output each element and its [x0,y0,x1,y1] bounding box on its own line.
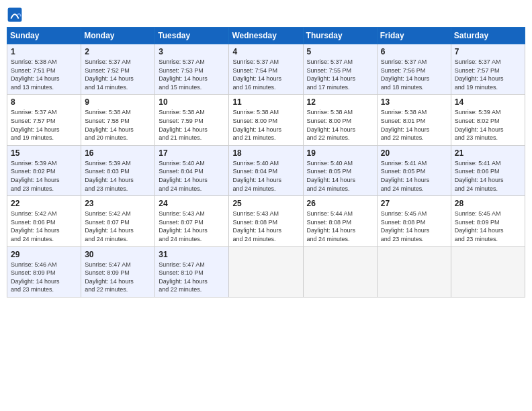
day-info: Sunrise: 5:37 AM Sunset: 7:56 PM Dayligh… [381,58,447,91]
calendar-cell: 8Sunrise: 5:37 AM Sunset: 7:57 PM Daylig… [7,95,81,145]
day-number: 23 [85,199,151,208]
day-info: Sunrise: 5:47 AM Sunset: 8:10 PM Dayligh… [159,261,225,294]
day-number: 10 [159,97,225,107]
calendar-cell: 2Sunrise: 5:37 AM Sunset: 7:52 PM Daylig… [81,44,155,95]
calendar-cell: 18Sunrise: 5:40 AM Sunset: 8:04 PM Dayli… [229,145,303,195]
calendar-cell: 7Sunrise: 5:37 AM Sunset: 7:57 PM Daylig… [451,44,525,95]
calendar-cell: 14Sunrise: 5:39 AM Sunset: 8:02 PM Dayli… [451,95,525,145]
calendar-cell: 5Sunrise: 5:37 AM Sunset: 7:55 PM Daylig… [303,44,377,95]
calendar-cell: 15Sunrise: 5:39 AM Sunset: 8:02 PM Dayli… [7,145,81,195]
day-info: Sunrise: 5:42 AM Sunset: 8:07 PM Dayligh… [85,210,151,243]
calendar-cell: 27Sunrise: 5:45 AM Sunset: 8:08 PM Dayli… [377,196,451,246]
day-number: 14 [455,97,521,107]
column-header-sunday: Sunday [7,28,81,44]
day-info: Sunrise: 5:38 AM Sunset: 7:58 PM Dayligh… [85,108,151,142]
day-number: 4 [232,47,299,56]
calendar-cell: 20Sunrise: 5:41 AM Sunset: 8:05 PM Dayli… [377,145,451,195]
day-number: 21 [455,148,521,158]
day-number: 22 [11,199,77,208]
header [7,7,525,23]
calendar-cell: 24Sunrise: 5:43 AM Sunset: 8:07 PM Dayli… [155,196,229,246]
day-info: Sunrise: 5:38 AM Sunset: 8:01 PM Dayligh… [381,108,447,142]
day-number: 13 [381,97,447,107]
day-info: Sunrise: 5:38 AM Sunset: 7:59 PM Dayligh… [159,108,225,142]
calendar-cell: 31Sunrise: 5:47 AM Sunset: 8:10 PM Dayli… [155,246,229,297]
day-info: Sunrise: 5:41 AM Sunset: 8:06 PM Dayligh… [455,159,521,193]
calendar-cell: 1Sunrise: 5:38 AM Sunset: 7:51 PM Daylig… [7,44,81,95]
day-number: 6 [381,47,447,56]
day-number: 3 [159,47,225,56]
calendar-week-row: 15Sunrise: 5:39 AM Sunset: 8:02 PM Dayli… [7,145,525,195]
day-number: 16 [85,148,151,158]
day-number: 27 [381,199,447,208]
calendar-week-row: 22Sunrise: 5:42 AM Sunset: 8:06 PM Dayli… [7,196,525,246]
day-number: 18 [232,148,299,158]
calendar-cell: 3Sunrise: 5:37 AM Sunset: 7:53 PM Daylig… [155,44,229,95]
day-info: Sunrise: 5:37 AM Sunset: 7:57 PM Dayligh… [455,58,521,91]
column-header-saturday: Saturday [451,28,525,44]
day-info: Sunrise: 5:46 AM Sunset: 8:09 PM Dayligh… [11,261,77,294]
day-number: 30 [85,250,151,259]
day-info: Sunrise: 5:37 AM Sunset: 7:55 PM Dayligh… [307,58,373,91]
column-header-thursday: Thursday [303,28,377,44]
day-number: 8 [11,97,77,107]
calendar-cell: 25Sunrise: 5:43 AM Sunset: 8:08 PM Dayli… [229,196,303,246]
calendar-week-row: 29Sunrise: 5:46 AM Sunset: 8:09 PM Dayli… [7,246,525,297]
calendar-cell: 10Sunrise: 5:38 AM Sunset: 7:59 PM Dayli… [155,95,229,145]
day-number: 2 [85,47,151,56]
calendar-cell: 12Sunrise: 5:38 AM Sunset: 8:00 PM Dayli… [303,95,377,145]
calendar-cell [451,246,525,297]
calendar-week-row: 1Sunrise: 5:38 AM Sunset: 7:51 PM Daylig… [7,44,525,95]
calendar-week-row: 8Sunrise: 5:37 AM Sunset: 7:57 PM Daylig… [7,95,525,145]
calendar-cell [229,246,303,297]
column-header-tuesday: Tuesday [155,28,229,44]
logo-icon [7,7,23,23]
day-info: Sunrise: 5:38 AM Sunset: 7:51 PM Dayligh… [11,58,77,91]
day-info: Sunrise: 5:37 AM Sunset: 7:54 PM Dayligh… [232,58,299,91]
calendar-cell: 26Sunrise: 5:44 AM Sunset: 8:08 PM Dayli… [303,196,377,246]
day-info: Sunrise: 5:45 AM Sunset: 8:08 PM Dayligh… [381,210,447,243]
day-number: 29 [11,250,77,259]
calendar-cell: 28Sunrise: 5:45 AM Sunset: 8:09 PM Dayli… [451,196,525,246]
day-info: Sunrise: 5:40 AM Sunset: 8:04 PM Dayligh… [232,159,299,193]
day-info: Sunrise: 5:43 AM Sunset: 8:08 PM Dayligh… [232,210,299,243]
day-number: 5 [307,47,373,56]
day-info: Sunrise: 5:44 AM Sunset: 8:08 PM Dayligh… [307,210,373,243]
day-number: 7 [455,47,521,56]
calendar-cell: 19Sunrise: 5:40 AM Sunset: 8:05 PM Dayli… [303,145,377,195]
day-info: Sunrise: 5:47 AM Sunset: 8:09 PM Dayligh… [85,261,151,294]
calendar-cell [377,246,451,297]
day-number: 12 [307,97,373,107]
day-info: Sunrise: 5:37 AM Sunset: 7:52 PM Dayligh… [85,58,151,91]
day-info: Sunrise: 5:40 AM Sunset: 8:05 PM Dayligh… [307,159,373,193]
calendar-cell: 22Sunrise: 5:42 AM Sunset: 8:06 PM Dayli… [7,196,81,246]
day-info: Sunrise: 5:38 AM Sunset: 8:00 PM Dayligh… [307,108,373,142]
day-number: 1 [11,47,77,56]
calendar-cell: 9Sunrise: 5:38 AM Sunset: 7:58 PM Daylig… [81,95,155,145]
day-number: 11 [232,97,299,107]
calendar-header-row: SundayMondayTuesdayWednesdayThursdayFrid… [7,28,525,44]
calendar-table: SundayMondayTuesdayWednesdayThursdayFrid… [7,27,525,298]
day-info: Sunrise: 5:39 AM Sunset: 8:02 PM Dayligh… [455,108,521,142]
day-info: Sunrise: 5:39 AM Sunset: 8:02 PM Dayligh… [11,159,77,193]
day-number: 25 [232,199,299,208]
calendar-cell: 21Sunrise: 5:41 AM Sunset: 8:06 PM Dayli… [451,145,525,195]
day-number: 20 [381,148,447,158]
calendar-cell: 30Sunrise: 5:47 AM Sunset: 8:09 PM Dayli… [81,246,155,297]
calendar-cell: 29Sunrise: 5:46 AM Sunset: 8:09 PM Dayli… [7,246,81,297]
calendar-cell: 17Sunrise: 5:40 AM Sunset: 8:04 PM Dayli… [155,145,229,195]
day-info: Sunrise: 5:38 AM Sunset: 8:00 PM Dayligh… [232,108,299,142]
day-number: 28 [455,199,521,208]
day-number: 17 [159,148,225,158]
day-info: Sunrise: 5:43 AM Sunset: 8:07 PM Dayligh… [159,210,225,243]
column-header-monday: Monday [81,28,155,44]
logo [7,7,26,23]
calendar-cell: 11Sunrise: 5:38 AM Sunset: 8:00 PM Dayli… [229,95,303,145]
day-number: 26 [307,199,373,208]
calendar-cell: 6Sunrise: 5:37 AM Sunset: 7:56 PM Daylig… [377,44,451,95]
column-header-friday: Friday [377,28,451,44]
column-header-wednesday: Wednesday [229,28,303,44]
day-info: Sunrise: 5:40 AM Sunset: 8:04 PM Dayligh… [159,159,225,193]
calendar-cell: 13Sunrise: 5:38 AM Sunset: 8:01 PM Dayli… [377,95,451,145]
day-number: 9 [85,97,151,107]
